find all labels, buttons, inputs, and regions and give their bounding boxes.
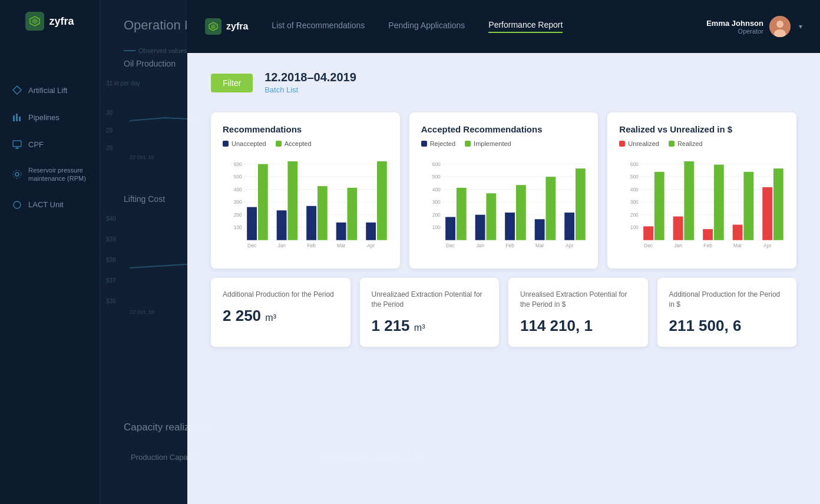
svg-rect-103	[654, 172, 664, 240]
svg-text:100: 100	[432, 224, 440, 230]
nav-user-name: Emma Johnson	[706, 19, 763, 28]
svg-rect-54	[366, 223, 376, 240]
nav-logo: zyfra	[205, 18, 248, 35]
svg-text:22 Oct, 18: 22 Oct, 18	[130, 309, 154, 315]
sidebar: zyfra Artificial Lift Pipelines CPF	[0, 0, 100, 504]
svg-rect-83	[576, 168, 586, 240]
svg-rect-107	[714, 165, 724, 240]
nav-link-recommendations[interactable]: List of Recommendations	[272, 21, 365, 32]
nav-user-role: Operator	[706, 28, 763, 35]
sidebar-item-artificial-lift[interactable]: Artificial Lift	[0, 78, 100, 102]
accepted-recommendations-bar-chart: 600 500 400 300 200 100	[421, 154, 587, 254]
chart-title-realized: Realized vs Unrealized in $	[619, 124, 785, 134]
legend-implemented: Implemented	[465, 140, 511, 147]
sidebar-item-lact[interactable]: LACT Unit	[0, 193, 100, 217]
svg-rect-77	[486, 193, 496, 240]
sidebar-item-rpm[interactable]: Reservoir pressure maintenance (RPM)	[0, 159, 100, 190]
svg-rect-51	[318, 186, 328, 240]
nav-link-performance[interactable]: Performance Report	[488, 20, 563, 33]
stat-label-unrealized-dollar: Unrealised Extraction Potential for the …	[520, 290, 636, 310]
svg-text:30: 30	[106, 110, 113, 116]
nav-logo-text: zyfra	[226, 21, 248, 32]
sidebar-item-label: CPF	[28, 140, 44, 149]
stat-card-unrealized-extraction: Unrealizaed Extraction Potential for the…	[360, 278, 500, 347]
date-range: 12.2018–04.2019	[264, 71, 356, 84]
svg-marker-29	[211, 24, 216, 29]
legend-label-unaccepted: Unaccepted	[232, 140, 266, 147]
svg-rect-52	[336, 223, 346, 240]
svg-point-10	[13, 170, 21, 178]
svg-text:$37: $37	[106, 277, 116, 284]
nav-link-pending[interactable]: Pending Applications	[388, 21, 465, 32]
svg-text:300: 300	[432, 199, 440, 205]
implemented-dot	[465, 141, 471, 147]
nav-logo-icon	[205, 18, 221, 35]
filter-button[interactable]: Filter	[211, 74, 253, 92]
realized-unrealized-bar-chart: 600 500 400 300 200 100	[619, 154, 785, 254]
svg-rect-82	[564, 213, 574, 240]
svg-rect-5	[19, 117, 21, 121]
avatar	[769, 16, 791, 37]
svg-text:500: 500	[234, 174, 242, 180]
svg-text:500: 500	[630, 174, 639, 180]
svg-rect-74	[445, 217, 455, 240]
svg-text:$39: $39	[106, 236, 116, 243]
svg-text:300: 300	[234, 199, 242, 205]
bg-lifting-cost-title: Lifting Cost	[124, 194, 165, 204]
batch-list-link[interactable]: Batch List	[264, 85, 298, 94]
svg-text:600: 600	[630, 161, 639, 167]
recommendations-bar-chart: 600 500 400 300 200 100	[223, 154, 388, 254]
date-range-group: 12.2018–04.2019 Batch List	[264, 71, 356, 95]
stat-card-additional-production: Additional Production for the Period 2 2…	[211, 278, 351, 347]
svg-text:Jan: Jan	[674, 243, 683, 248]
svg-text:Apr: Apr	[566, 243, 573, 248]
legend-unaccepted: Unaccepted	[223, 140, 266, 147]
svg-rect-106	[703, 229, 713, 240]
top-navigation: zyfra List of Recommendations Pending Ap…	[187, 0, 820, 53]
svg-text:600: 600	[432, 161, 440, 167]
svg-marker-1	[32, 18, 38, 24]
sidebar-item-label: LACT Unit	[28, 200, 64, 209]
settings-icon	[12, 169, 22, 180]
sidebar-item-label: Reservoir pressure maintenance (RPM)	[28, 166, 88, 183]
svg-rect-49	[287, 161, 297, 240]
monitor-icon	[12, 139, 22, 150]
chart-title-recommendations: Recommendations	[223, 124, 388, 134]
recommendations-chart-card: Recommendations Unaccepted Accepted 600 …	[211, 112, 400, 268]
svg-text:400: 400	[630, 187, 639, 193]
stat-value-additional-dollar: 211 500, 6	[669, 317, 785, 335]
svg-rect-4	[16, 114, 18, 121]
svg-text:400: 400	[234, 187, 242, 193]
svg-point-31	[776, 21, 783, 28]
sidebar-item-cpf[interactable]: CPF	[0, 132, 100, 157]
svg-text:29: 29	[106, 127, 113, 134]
sidebar-item-pipelines[interactable]: Pipelines	[0, 105, 100, 130]
nav-user: Emma Johnson Operator ▾	[706, 16, 802, 37]
unaccepted-dot	[223, 141, 229, 147]
svg-rect-79	[516, 185, 526, 240]
svg-rect-111	[773, 168, 783, 240]
svg-text:500: 500	[432, 174, 440, 180]
svg-text:Jan: Jan	[277, 243, 286, 248]
svg-text:Mar: Mar	[733, 243, 742, 248]
svg-text:31 kt per day: 31 kt per day	[106, 80, 140, 87]
svg-rect-53	[347, 188, 357, 240]
svg-rect-48	[277, 210, 287, 240]
svg-rect-76	[475, 215, 485, 240]
legend-label-unrealized: Unrealized	[628, 140, 659, 147]
sidebar-logo: zyfra	[25, 12, 74, 31]
svg-text:200: 200	[432, 212, 440, 218]
svg-text:Apr: Apr	[367, 243, 375, 248]
chart-legend-recommendations: Unaccepted Accepted	[223, 140, 388, 147]
svg-point-11	[14, 201, 21, 208]
svg-rect-47	[258, 164, 268, 240]
svg-text:Dec: Dec	[247, 243, 256, 248]
svg-text:28: 28	[106, 145, 113, 151]
chart-legend-realized: Unrealized Realized	[619, 140, 785, 147]
svg-rect-109	[744, 172, 754, 240]
legend-rejected: Rejected	[421, 140, 455, 147]
svg-text:100: 100	[234, 224, 242, 230]
report-content: Filter 12.2018–04.2019 Batch List Recomm…	[187, 53, 820, 504]
unrealized-dot	[619, 141, 625, 147]
legend-unrealized: Unrealized	[619, 140, 659, 147]
